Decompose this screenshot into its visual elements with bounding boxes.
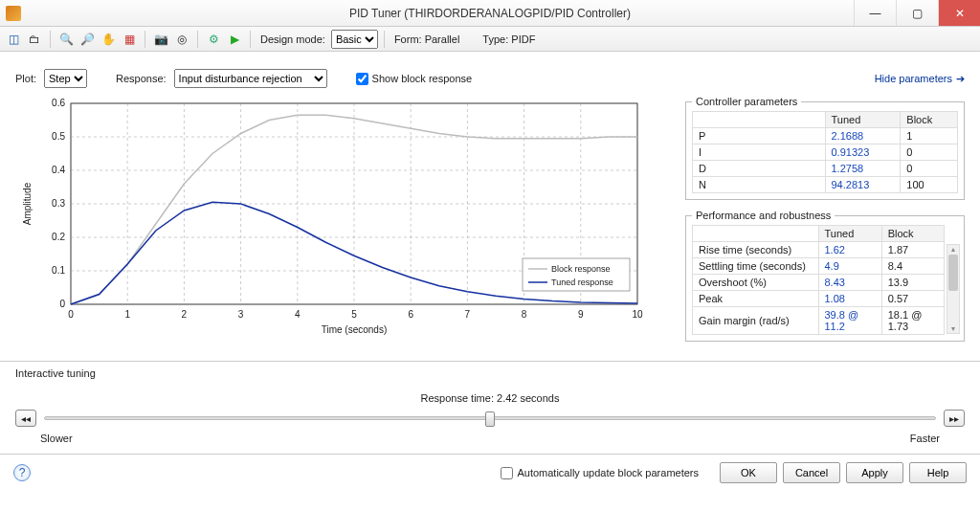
minimize-button[interactable]: —: [854, 0, 896, 26]
svg-text:0.2: 0.2: [52, 232, 65, 242]
close-button[interactable]: ✕: [938, 0, 980, 26]
slower-label: Slower: [40, 433, 73, 444]
svg-text:7: 7: [465, 309, 471, 320]
svg-text:0.5: 0.5: [52, 131, 65, 142]
gear-icon[interactable]: ⚙: [204, 30, 223, 49]
svg-text:9: 9: [578, 309, 584, 320]
interactive-tuning-label: Interactive tuning: [15, 367, 965, 379]
folder-icon[interactable]: 🗀: [25, 30, 44, 49]
svg-text:2: 2: [182, 309, 188, 320]
performance-panel: Performance and robustness TunedBlockRis…: [685, 210, 965, 342]
controller-parameters-panel: Controller parameters TunedBlockP2.16881…: [685, 96, 965, 200]
zoom-out-icon[interactable]: 🔎: [78, 30, 97, 49]
response-label: Response:: [116, 73, 167, 84]
svg-text:0: 0: [68, 309, 74, 320]
svg-text:5: 5: [351, 309, 357, 320]
faster-label: Faster: [910, 433, 940, 444]
matlab-icon: [6, 6, 21, 21]
svg-text:8: 8: [522, 309, 527, 320]
response-select[interactable]: Input disturbance rejection: [174, 69, 327, 88]
response-time-slider[interactable]: [44, 416, 936, 420]
response-time-label: Response time: 2.42 seconds: [15, 392, 965, 404]
svg-text:1: 1: [124, 309, 130, 320]
svg-text:0.4: 0.4: [52, 165, 65, 175]
auto-update-checkbox[interactable]: Automatically update block parameters: [501, 467, 699, 479]
ok-button[interactable]: OK: [720, 462, 777, 483]
svg-text:0: 0: [59, 299, 65, 309]
show-block-response-checkbox[interactable]: Show block response: [356, 73, 473, 85]
target-icon[interactable]: ◎: [172, 30, 191, 49]
svg-text:3: 3: [238, 309, 244, 320]
help-button[interactable]: Help: [909, 462, 967, 483]
svg-text:6: 6: [408, 309, 413, 320]
svg-text:0.6: 0.6: [52, 98, 65, 108]
response-plot: 01234567891000.10.20.30.40.50.6Time (sec…: [15, 96, 647, 335]
show-block-response-input[interactable]: [356, 73, 368, 85]
window-title: PID Tuner (THIRDORDERANALOGPID/PID Contr…: [0, 7, 980, 20]
grid-icon[interactable]: ▦: [120, 30, 139, 49]
arrow-right-icon: ➔: [956, 73, 965, 85]
auto-update-input[interactable]: [501, 467, 513, 479]
slider-step-right-button[interactable]: ▸▸: [944, 410, 965, 427]
design-mode-label: Design mode:: [260, 33, 325, 45]
svg-text:0.1: 0.1: [52, 265, 65, 276]
scrollbar-thumb[interactable]: [948, 255, 958, 291]
performance-scrollbar[interactable]: ▴ ▾: [947, 244, 960, 334]
type-label: Type: PIDF: [482, 33, 535, 45]
pan-icon[interactable]: ✋: [99, 30, 118, 49]
camera-icon[interactable]: 📷: [151, 30, 170, 49]
svg-text:0.3: 0.3: [52, 198, 65, 209]
plot-select[interactable]: Step: [44, 69, 87, 88]
svg-text:4: 4: [295, 309, 301, 320]
svg-text:Time (seconds): Time (seconds): [322, 324, 388, 335]
svg-text:Tuned response: Tuned response: [551, 278, 613, 287]
svg-text:Block response: Block response: [551, 264, 611, 274]
save-icon[interactable]: ◫: [4, 30, 23, 49]
plot-label: Plot:: [15, 73, 36, 84]
slider-step-left-button[interactable]: ◂◂: [15, 410, 36, 427]
hide-parameters-link[interactable]: Hide parameters ➔: [875, 73, 965, 85]
maximize-button[interactable]: ▢: [896, 0, 938, 26]
controller-parameters-table: TunedBlockP2.16881I0.913230D1.27580N94.2…: [692, 111, 958, 193]
svg-text:10: 10: [632, 309, 643, 320]
performance-table: TunedBlockRise time (seconds)1.621.87Set…: [692, 225, 945, 335]
cancel-button[interactable]: Cancel: [783, 462, 840, 483]
design-mode-select[interactable]: Basic: [331, 30, 378, 49]
help-icon[interactable]: ?: [13, 464, 31, 481]
apply-button[interactable]: Apply: [846, 462, 903, 483]
run-icon[interactable]: ▶: [225, 30, 244, 49]
slider-thumb[interactable]: [485, 411, 495, 427]
form-label: Form: Parallel: [394, 33, 459, 45]
svg-text:Amplitude: Amplitude: [22, 182, 33, 225]
zoom-in-icon[interactable]: 🔍: [56, 30, 76, 49]
